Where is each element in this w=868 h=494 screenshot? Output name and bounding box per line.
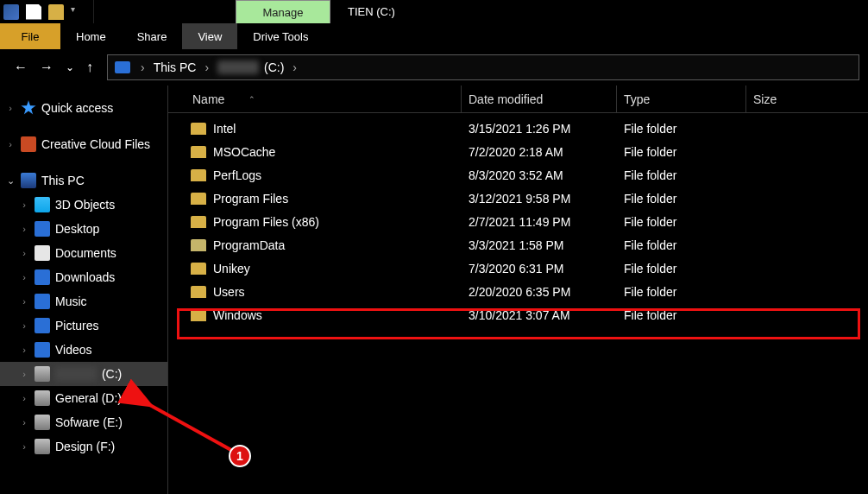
file-row[interactable]: MSOCache 7/2/2020 2:18 AM File folder [186,140,868,163]
file-row[interactable]: Intel 3/15/2021 1:26 PM File folder [186,117,868,140]
file-row[interactable]: Program Files (x86) 2/7/2021 11:49 PM Fi… [186,210,868,233]
folder-icon [191,216,206,228]
breadcrumb-root[interactable]: This PC [154,60,197,74]
file-row[interactable]: ProgramData 3/3/2021 1:58 PM File folder [186,233,868,256]
sidebar-item-label: Creative Cloud Files [41,137,150,151]
sidebar-creative-cloud[interactable]: › Creative Cloud Files [0,132,167,156]
file-type: File folder [617,145,746,159]
properties-icon[interactable] [26,4,41,20]
expand-icon[interactable]: › [5,139,16,149]
column-size[interactable]: Size [746,86,833,112]
sidebar-item-label: Design (F:) [55,440,115,453]
file-row[interactable]: Windows 3/10/2021 3:07 AM File folder [186,303,868,326]
sidebar-item[interactable]: › Documents [0,241,167,265]
address-row: ← → ⌄ ↑ › This PC › TIEN (C:) › [0,49,868,86]
qat-dropdown-icon[interactable]: ▾ [71,4,86,20]
folder-icon [191,123,206,135]
star-icon [21,100,36,116]
file-type: File folder [617,192,746,206]
breadcrumb-drive-blurred: TIEN [217,60,259,74]
tab-home[interactable]: Home [60,23,122,49]
sort-indicator-icon: ⌃ [248,95,255,104]
sidebar: › Quick access › Creative Cloud Files ⌄ … [0,86,168,494]
chevron-icon[interactable]: › [289,60,300,74]
file-menu[interactable]: File [0,23,60,49]
titlebar: ▾ Manage TIEN (C:) [0,0,868,23]
tab-drive-tools[interactable]: Drive Tools [237,23,324,49]
expand-icon[interactable]: › [19,296,29,307]
sidebar-item[interactable]: › Videos [0,338,167,362]
file-row[interactable]: Users 2/20/2020 6:35 PM File folder [186,280,868,303]
file-type: File folder [617,168,746,182]
file-date: 7/3/2020 6:31 PM [462,262,617,276]
history-dropdown[interactable]: ⌄ [66,61,74,73]
sidebar-item[interactable]: › Pictures [0,314,167,338]
breadcrumb-pc-icon [115,61,130,73]
sidebar-this-pc[interactable]: ⌄ This PC [0,168,167,193]
file-type: File folder [617,285,746,299]
file-name: Windows [213,308,262,322]
file-date: 3/3/2021 1:58 PM [462,238,617,252]
folder-icon [191,239,206,251]
newfolder-icon[interactable] [48,4,64,20]
sidebar-drive[interactable]: › Design (F:) [0,434,167,459]
tab-share[interactable]: Share [122,23,183,49]
tab-view[interactable]: View [182,23,237,49]
expand-icon[interactable]: › [19,224,29,234]
file-name: Unikey [213,262,250,276]
explorer-icon[interactable] [3,4,19,20]
qat: ▾ [0,0,94,23]
sidebar-item[interactable]: › Downloads [0,265,167,289]
chevron-icon[interactable]: › [137,60,148,74]
folder-icon [191,169,206,181]
sidebar-drive[interactable]: › TIEN (C:) [0,362,167,386]
sidebar-drive[interactable]: › Sofware (E:) [0,410,167,434]
sidebar-item[interactable]: › Desktop [0,217,167,241]
folder-icon [35,318,50,333]
breadcrumb-drive-suffix[interactable]: (C:) [264,60,284,74]
address-bar[interactable]: › This PC › TIEN (C:) › [107,54,859,80]
menubar: File Home Share View Drive Tools [0,23,868,49]
expand-icon[interactable]: › [19,393,29,403]
disk-icon [35,439,50,454]
sidebar-item-label: Documents [55,246,116,260]
column-date[interactable]: Date modified [462,86,617,112]
folder-icon [35,269,50,285]
expand-icon[interactable]: › [19,417,29,428]
sidebar-drive[interactable]: › General (D:) [0,386,167,410]
expand-icon[interactable]: › [19,248,29,258]
folder-icon [191,309,206,321]
expand-icon[interactable]: › [19,345,29,355]
up-button[interactable]: ↑ [86,60,93,75]
nav-buttons: ← → ⌄ ↑ [9,60,98,75]
file-row[interactable]: Unikey 7/3/2020 6:31 PM File folder [186,256,868,280]
file-row[interactable]: PerfLogs 8/3/2020 3:52 AM File folder [186,163,868,187]
expand-icon[interactable]: › [19,320,29,331]
expand-icon[interactable]: › [5,103,16,113]
sidebar-item-label: Quick access [41,101,113,115]
file-name: MSOCache [213,145,275,159]
drive-label-blurred: TIEN [55,367,97,381]
sidebar-item-label: This PC [41,174,85,187]
file-date: 3/12/2021 9:58 PM [462,192,617,206]
expand-icon[interactable]: › [19,272,29,282]
file-date: 2/7/2021 11:49 PM [462,215,617,229]
ribbon-context-tab[interactable]: Manage [236,0,330,23]
expand-icon[interactable]: › [19,441,29,452]
expand-icon[interactable]: › [19,369,29,379]
file-type: File folder [617,122,746,136]
column-name[interactable]: Name ⌃ [186,86,462,112]
expand-icon[interactable]: › [19,200,29,210]
collapse-icon[interactable]: ⌄ [5,175,16,187]
file-name: ProgramData [213,238,285,252]
file-row[interactable]: Program Files 3/12/2021 9:58 PM File fol… [186,187,868,210]
file-date: 8/3/2020 3:52 AM [462,168,617,182]
sidebar-item[interactable]: › 3D Objects [0,193,167,217]
sidebar-item[interactable]: › Music [0,289,167,314]
sidebar-item-label: 3D Objects [55,198,115,212]
sidebar-quick-access[interactable]: › Quick access [0,96,167,120]
column-type[interactable]: Type [617,86,746,112]
back-button[interactable]: ← [14,60,28,75]
chevron-icon[interactable]: › [201,60,212,74]
forward-button[interactable]: → [40,60,53,75]
